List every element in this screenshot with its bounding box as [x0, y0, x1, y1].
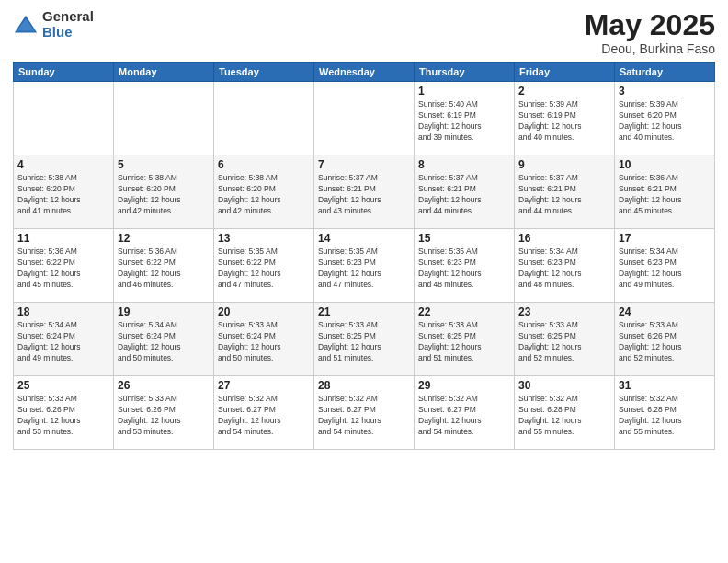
day-number: 17 [619, 232, 711, 245]
day-cell: 5Sunrise: 5:38 AMSunset: 6:20 PMDaylight… [114, 155, 214, 229]
day-info: Sunrise: 5:38 AMSunset: 6:20 PMDaylight:… [218, 173, 310, 217]
day-cell: 1Sunrise: 5:40 AMSunset: 6:19 PMDaylight… [415, 82, 515, 155]
day-cell: 23Sunrise: 5:33 AMSunset: 6:25 PMDayligh… [515, 303, 615, 376]
day-cell: 4Sunrise: 5:38 AMSunset: 6:20 PMDaylight… [14, 155, 114, 229]
week-row-2: 4Sunrise: 5:38 AMSunset: 6:20 PMDaylight… [14, 155, 715, 229]
day-cell: 17Sunrise: 5:34 AMSunset: 6:23 PMDayligh… [615, 229, 715, 303]
day-cell: 25Sunrise: 5:33 AMSunset: 6:26 PMDayligh… [14, 376, 114, 450]
day-cell: 28Sunrise: 5:32 AMSunset: 6:27 PMDayligh… [314, 376, 415, 450]
day-cell: 7Sunrise: 5:37 AMSunset: 6:21 PMDaylight… [314, 155, 415, 229]
day-number: 29 [418, 379, 510, 392]
day-info: Sunrise: 5:36 AMSunset: 6:22 PMDaylight:… [17, 247, 109, 291]
day-number: 26 [118, 379, 210, 392]
day-cell: 29Sunrise: 5:32 AMSunset: 6:27 PMDayligh… [415, 376, 515, 450]
day-cell: 11Sunrise: 5:36 AMSunset: 6:22 PMDayligh… [14, 229, 114, 303]
day-number: 14 [318, 232, 410, 245]
day-cell: 22Sunrise: 5:33 AMSunset: 6:25 PMDayligh… [415, 303, 515, 376]
col-monday: Monday [114, 63, 214, 82]
day-info: Sunrise: 5:34 AMSunset: 6:23 PMDaylight:… [518, 247, 610, 291]
logo: General Blue [13, 9, 94, 40]
day-number: 23 [518, 305, 610, 318]
day-cell [114, 82, 214, 155]
day-info: Sunrise: 5:40 AMSunset: 6:19 PMDaylight:… [418, 99, 510, 144]
day-cell: 6Sunrise: 5:38 AMSunset: 6:20 PMDaylight… [214, 155, 314, 229]
week-row-3: 11Sunrise: 5:36 AMSunset: 6:22 PMDayligh… [14, 229, 715, 303]
day-info: Sunrise: 5:33 AMSunset: 6:26 PMDaylight:… [118, 394, 210, 438]
day-info: Sunrise: 5:33 AMSunset: 6:25 PMDaylight:… [518, 320, 610, 364]
day-number: 31 [619, 379, 711, 392]
day-cell: 2Sunrise: 5:39 AMSunset: 6:19 PMDaylight… [515, 82, 615, 155]
day-cell: 12Sunrise: 5:36 AMSunset: 6:22 PMDayligh… [114, 229, 214, 303]
col-thursday: Thursday [415, 63, 515, 82]
day-info: Sunrise: 5:33 AMSunset: 6:25 PMDaylight:… [418, 320, 510, 364]
day-info: Sunrise: 5:32 AMSunset: 6:28 PMDaylight:… [619, 394, 711, 438]
col-sunday: Sunday [14, 63, 114, 82]
week-row-4: 18Sunrise: 5:34 AMSunset: 6:24 PMDayligh… [14, 303, 715, 376]
week-row-1: 1Sunrise: 5:40 AMSunset: 6:19 PMDaylight… [14, 82, 715, 155]
day-number: 9 [518, 158, 610, 171]
calendar-page: General Blue May 2025 Deou, Burkina Faso… [0, 0, 728, 563]
day-cell: 18Sunrise: 5:34 AMSunset: 6:24 PMDayligh… [14, 303, 114, 376]
day-number: 20 [218, 305, 310, 318]
day-number: 15 [418, 232, 510, 245]
day-cell [14, 82, 114, 155]
day-number: 6 [218, 158, 310, 171]
day-cell: 13Sunrise: 5:35 AMSunset: 6:22 PMDayligh… [214, 229, 314, 303]
calendar-table: Sunday Monday Tuesday Wednesday Thursday… [13, 62, 715, 450]
day-info: Sunrise: 5:35 AMSunset: 6:22 PMDaylight:… [218, 247, 310, 291]
day-number: 1 [418, 85, 510, 98]
day-number: 12 [118, 232, 210, 245]
day-number: 19 [118, 305, 210, 318]
logo-general-text: General [42, 9, 94, 25]
day-info: Sunrise: 5:36 AMSunset: 6:21 PMDaylight:… [619, 173, 711, 217]
day-number: 22 [418, 305, 510, 318]
day-number: 18 [17, 305, 109, 318]
day-info: Sunrise: 5:33 AMSunset: 6:25 PMDaylight:… [318, 320, 410, 364]
header: General Blue May 2025 Deou, Burkina Faso [13, 9, 715, 56]
day-cell: 19Sunrise: 5:34 AMSunset: 6:24 PMDayligh… [114, 303, 214, 376]
day-cell: 9Sunrise: 5:37 AMSunset: 6:21 PMDaylight… [515, 155, 615, 229]
day-info: Sunrise: 5:39 AMSunset: 6:20 PMDaylight:… [619, 99, 711, 144]
day-number: 25 [17, 379, 109, 392]
day-cell: 15Sunrise: 5:35 AMSunset: 6:23 PMDayligh… [415, 229, 515, 303]
day-cell: 3Sunrise: 5:39 AMSunset: 6:20 PMDaylight… [615, 82, 715, 155]
day-info: Sunrise: 5:38 AMSunset: 6:20 PMDaylight:… [17, 173, 109, 217]
day-number: 28 [318, 379, 410, 392]
day-info: Sunrise: 5:34 AMSunset: 6:24 PMDaylight:… [17, 320, 109, 364]
day-cell: 31Sunrise: 5:32 AMSunset: 6:28 PMDayligh… [615, 376, 715, 450]
day-info: Sunrise: 5:32 AMSunset: 6:27 PMDaylight:… [218, 394, 310, 438]
day-info: Sunrise: 5:32 AMSunset: 6:27 PMDaylight:… [318, 394, 410, 438]
title-block: May 2025 Deou, Burkina Faso [585, 9, 715, 56]
day-number: 16 [518, 232, 610, 245]
calendar-title: May 2025 [585, 9, 715, 41]
day-info: Sunrise: 5:37 AMSunset: 6:21 PMDaylight:… [518, 173, 610, 217]
logo-icon [13, 12, 39, 38]
day-cell: 26Sunrise: 5:33 AMSunset: 6:26 PMDayligh… [114, 376, 214, 450]
week-row-5: 25Sunrise: 5:33 AMSunset: 6:26 PMDayligh… [14, 376, 715, 450]
day-cell: 10Sunrise: 5:36 AMSunset: 6:21 PMDayligh… [615, 155, 715, 229]
day-cell [214, 82, 314, 155]
day-number: 13 [218, 232, 310, 245]
day-cell [314, 82, 415, 155]
day-info: Sunrise: 5:32 AMSunset: 6:28 PMDaylight:… [518, 394, 610, 438]
day-number: 21 [318, 305, 410, 318]
day-number: 24 [619, 305, 711, 318]
day-info: Sunrise: 5:33 AMSunset: 6:26 PMDaylight:… [17, 394, 109, 438]
day-number: 30 [518, 379, 610, 392]
day-info: Sunrise: 5:36 AMSunset: 6:22 PMDaylight:… [118, 247, 210, 291]
col-friday: Friday [515, 63, 615, 82]
day-info: Sunrise: 5:38 AMSunset: 6:20 PMDaylight:… [118, 173, 210, 217]
day-info: Sunrise: 5:39 AMSunset: 6:19 PMDaylight:… [518, 99, 610, 144]
day-info: Sunrise: 5:32 AMSunset: 6:27 PMDaylight:… [418, 394, 510, 438]
day-number: 3 [619, 85, 711, 98]
day-info: Sunrise: 5:34 AMSunset: 6:23 PMDaylight:… [619, 247, 711, 291]
day-cell: 21Sunrise: 5:33 AMSunset: 6:25 PMDayligh… [314, 303, 415, 376]
header-row: Sunday Monday Tuesday Wednesday Thursday… [14, 63, 715, 82]
day-number: 5 [118, 158, 210, 171]
day-number: 11 [17, 232, 109, 245]
day-cell: 27Sunrise: 5:32 AMSunset: 6:27 PMDayligh… [214, 376, 314, 450]
day-info: Sunrise: 5:33 AMSunset: 6:24 PMDaylight:… [218, 320, 310, 364]
day-cell: 24Sunrise: 5:33 AMSunset: 6:26 PMDayligh… [615, 303, 715, 376]
calendar-subtitle: Deou, Burkina Faso [585, 41, 715, 56]
day-number: 7 [318, 158, 410, 171]
